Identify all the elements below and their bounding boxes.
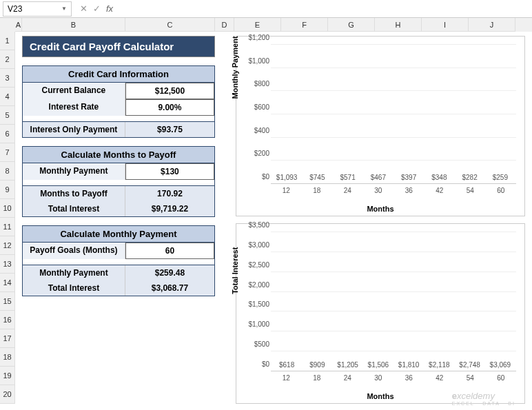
value-input[interactable]: 9.00% bbox=[125, 99, 214, 116]
row-monthly-payment-result: Monthly Payment $259.48 bbox=[23, 265, 214, 280]
label: Monthly Payment bbox=[23, 163, 125, 180]
x-tick: 60 bbox=[486, 187, 517, 201]
y-tick: $400 bbox=[254, 126, 269, 134]
row-total-interest-1: Total Interest $9,719.22 bbox=[23, 201, 214, 216]
formula-bar: V23 ▼ ✕ ✓ fx bbox=[0, 0, 532, 18]
name-box[interactable]: V23 ▼ bbox=[3, 1, 72, 17]
accept-icon[interactable]: ✓ bbox=[93, 3, 101, 14]
x-axis-label: Months bbox=[367, 392, 393, 400]
bar-label: $2,118 bbox=[427, 361, 451, 369]
bar-label: $571 bbox=[336, 174, 360, 181]
section-credit-info: Credit Card Information Current Balance … bbox=[22, 65, 215, 138]
x-tick: 18 bbox=[302, 187, 333, 201]
row-header-3[interactable]: 3 bbox=[0, 69, 15, 88]
row-header-20[interactable]: 20 bbox=[0, 385, 15, 404]
x-tick: 30 bbox=[363, 187, 394, 201]
y-axis: $0$500$1,000$1,500$2,000$2,500$3,000$3,5… bbox=[250, 232, 271, 371]
section-months-payoff: Calculate Months to Payoff Monthly Payme… bbox=[22, 146, 215, 217]
col-header-D[interactable]: D bbox=[215, 18, 234, 32]
watermark: eexceldemyxceldemy EXCEL · DATA · BI bbox=[452, 391, 515, 406]
value: $9,719.22 bbox=[125, 201, 214, 216]
bars: $1,093$745$571$467$397$348$282$259 bbox=[271, 45, 516, 184]
x-tick: 30 bbox=[363, 374, 394, 388]
value: $259.48 bbox=[125, 265, 214, 280]
col-header-J[interactable]: J bbox=[469, 18, 515, 32]
row-headers: 1234567891011121314151617181920 bbox=[0, 18, 15, 404]
row-header-7[interactable]: 7 bbox=[0, 143, 15, 162]
row-header-10[interactable]: 10 bbox=[0, 199, 15, 218]
x-tick: 42 bbox=[424, 187, 456, 201]
bars: $618$909$1,205$1,506$1,810$2,118$2,748$3… bbox=[271, 232, 516, 371]
row-header-9[interactable]: 9 bbox=[0, 181, 15, 199]
chart-monthly-payment[interactable]: Monthly Payment$0$200$400$600$800$1,000$… bbox=[236, 36, 525, 216]
label: Total Interest bbox=[23, 201, 125, 216]
value-input[interactable]: 60 bbox=[125, 243, 214, 259]
row-header-1[interactable]: 1 bbox=[0, 32, 15, 50]
row-header-17[interactable]: 17 bbox=[0, 329, 15, 348]
row-header-16[interactable]: 16 bbox=[0, 311, 15, 329]
col-header-G[interactable]: G bbox=[328, 18, 375, 32]
section-header: Calculate Monthly Payment bbox=[23, 226, 214, 243]
label: Payoff Goals (Months) bbox=[23, 243, 125, 259]
col-header-E[interactable]: E bbox=[234, 18, 281, 32]
spreadsheet[interactable]: 1234567891011121314151617181920 ABCDEFGH… bbox=[0, 18, 532, 404]
value-input[interactable]: $12,500 bbox=[125, 83, 214, 99]
y-tick: $1,000 bbox=[248, 57, 269, 64]
bar-label: $909 bbox=[305, 361, 329, 369]
row-total-interest-2: Total Interest $3,068.77 bbox=[23, 280, 214, 296]
y-tick: $0 bbox=[262, 360, 269, 368]
row-header-12[interactable]: 12 bbox=[0, 236, 15, 255]
bar-label: $259 bbox=[489, 174, 512, 181]
chart-area: $618$909$1,205$1,506$1,810$2,118$2,748$3… bbox=[271, 232, 516, 371]
row-header-8[interactable]: 8 bbox=[0, 162, 15, 181]
row-header-2[interactable]: 2 bbox=[0, 50, 15, 69]
col-header-B[interactable]: B bbox=[22, 18, 125, 32]
col-header-C[interactable]: C bbox=[125, 18, 215, 32]
section-monthly-payment: Calculate Monthly Payment Payoff Goals (… bbox=[22, 225, 215, 296]
row-header-5[interactable]: 5 bbox=[0, 106, 15, 125]
y-tick: $500 bbox=[254, 340, 269, 348]
label: Interest Rate bbox=[23, 99, 125, 116]
row-header-11[interactable]: 11 bbox=[0, 218, 15, 236]
cancel-icon[interactable]: ✕ bbox=[80, 3, 88, 14]
y-tick: $2,000 bbox=[248, 280, 269, 288]
col-header-H[interactable]: H bbox=[375, 18, 422, 32]
formula-controls: ✕ ✓ fx bbox=[74, 3, 119, 14]
label: Interest Only Payment bbox=[23, 122, 125, 137]
label: Total Interest bbox=[23, 280, 125, 296]
chart-total-interest[interactable]: Total Interest$0$500$1,000$1,500$2,000$2… bbox=[236, 223, 525, 404]
y-tick: $1,000 bbox=[248, 320, 269, 328]
row-header-13[interactable]: 13 bbox=[0, 255, 15, 274]
label: Current Balance bbox=[23, 83, 125, 99]
page-title: Credit Card Payoff Calculator bbox=[22, 36, 215, 57]
bar-label: $397 bbox=[397, 174, 420, 181]
y-axis-label: Monthly Payment bbox=[231, 36, 239, 99]
row-header-18[interactable]: 18 bbox=[0, 348, 15, 367]
x-tick: 36 bbox=[393, 187, 424, 201]
fx-icon[interactable]: fx bbox=[106, 3, 113, 14]
x-tick: 12 bbox=[271, 187, 302, 201]
row-header-4[interactable]: 4 bbox=[0, 88, 15, 106]
label: Monthly Payment bbox=[23, 265, 125, 280]
x-axis-label: Months bbox=[367, 205, 393, 213]
formula-input[interactable] bbox=[119, 1, 532, 17]
section-header: Calculate Months to Payoff bbox=[23, 147, 214, 163]
y-tick: $600 bbox=[254, 103, 269, 111]
y-tick: $0 bbox=[262, 173, 269, 181]
value: $3,068.77 bbox=[125, 280, 214, 296]
row-header-6[interactable]: 6 bbox=[0, 125, 15, 143]
section-header: Credit Card Information bbox=[23, 66, 214, 83]
row-header-15[interactable]: 15 bbox=[0, 292, 15, 311]
y-tick: $1,500 bbox=[248, 300, 269, 308]
row-header-19[interactable]: 19 bbox=[0, 367, 15, 385]
col-header-A[interactable]: A bbox=[15, 18, 22, 32]
bar-label: $1,205 bbox=[336, 361, 360, 369]
value-input[interactable]: $130 bbox=[125, 163, 214, 180]
y-tick: $200 bbox=[254, 150, 269, 157]
bar-label: $1,810 bbox=[397, 361, 420, 369]
dropdown-icon[interactable]: ▼ bbox=[61, 6, 67, 12]
row-header-14[interactable]: 14 bbox=[0, 274, 15, 292]
col-header-F[interactable]: F bbox=[281, 18, 328, 32]
row-monthly-payment-input: Monthly Payment $130 bbox=[23, 163, 214, 180]
col-header-I[interactable]: I bbox=[422, 18, 469, 32]
